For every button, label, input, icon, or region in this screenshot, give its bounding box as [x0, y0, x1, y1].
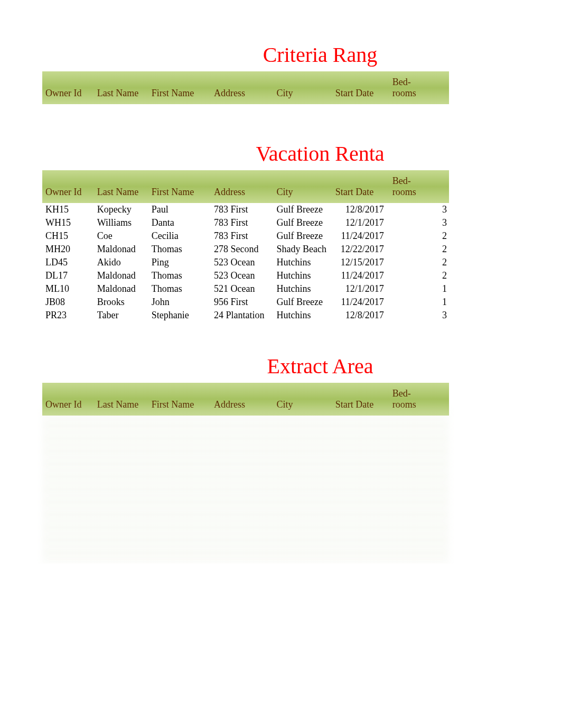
table-cell — [42, 416, 94, 430]
table-cell — [148, 534, 211, 549]
table-cell — [148, 490, 211, 504]
table-cell: 1 — [389, 296, 449, 309]
table-row — [42, 519, 449, 534]
table-cell — [273, 445, 332, 460]
table-cell — [42, 519, 94, 534]
table-cell — [42, 534, 94, 549]
table-row: ML10MaldonadThomas521 OceanHutchins12/1/… — [42, 282, 449, 296]
table-cell — [389, 549, 449, 564]
vacation-header-row: Owner Id Last Name First Name Address Ci… — [42, 170, 449, 203]
vacation-rentals-title: Vacation Renta — [42, 141, 535, 166]
table-cell: Maldonad — [94, 269, 148, 282]
table-cell — [332, 445, 389, 460]
table-cell: CH15 — [42, 229, 94, 243]
table-cell — [273, 475, 332, 490]
table-row — [42, 490, 449, 504]
table-cell — [94, 416, 148, 430]
table-cell: 2 — [389, 229, 449, 243]
table-cell: Danta — [148, 216, 211, 229]
col-start-date: Start Date — [332, 383, 389, 416]
table-cell — [211, 430, 273, 445]
table-cell: Thomas — [148, 243, 211, 256]
col-first-name: First Name — [148, 170, 211, 203]
table-cell: 11/24/2017 — [332, 269, 389, 282]
table-row — [42, 430, 449, 445]
col-bedrooms: Bed- rooms — [389, 170, 449, 203]
col-owner-id: Owner Id — [42, 71, 94, 104]
table-cell: Hutchins — [273, 269, 332, 282]
table-cell: Brooks — [94, 296, 148, 309]
table-cell — [273, 460, 332, 475]
table-cell — [42, 445, 94, 460]
table-cell — [332, 534, 389, 549]
col-city: City — [273, 383, 332, 416]
table-cell — [211, 490, 273, 504]
extract-header-row: Owner Id Last Name First Name Address Ci… — [42, 383, 449, 416]
table-cell: PR23 — [42, 309, 94, 322]
table-cell — [94, 549, 148, 564]
table-row: PR23TaberStephanie24 PlantationHutchins1… — [42, 309, 449, 322]
table-cell — [148, 445, 211, 460]
table-cell: JB08 — [42, 296, 94, 309]
table-cell — [42, 490, 94, 504]
table-cell: Gulf Breeze — [273, 203, 332, 216]
table-cell — [273, 416, 332, 430]
table-cell — [389, 416, 449, 430]
table-cell: 783 First — [211, 229, 273, 243]
table-cell: Ping — [148, 256, 211, 269]
table-cell — [332, 475, 389, 490]
table-cell: 956 First — [211, 296, 273, 309]
table-cell — [42, 549, 94, 564]
table-cell: 3 — [389, 216, 449, 229]
table-cell — [42, 475, 94, 490]
table-cell — [332, 549, 389, 564]
table-cell — [211, 416, 273, 430]
table-cell: Akido — [94, 256, 148, 269]
col-last-name: Last Name — [94, 383, 148, 416]
table-cell: Hutchins — [273, 309, 332, 322]
criteria-range-title: Criteria Rang — [42, 42, 535, 67]
table-cell — [94, 430, 148, 445]
col-bedrooms: Bed- rooms — [389, 71, 449, 104]
table-row — [42, 534, 449, 549]
table-cell: 11/24/2017 — [332, 296, 389, 309]
table-cell — [42, 430, 94, 445]
table-cell: 12/15/2017 — [332, 256, 389, 269]
table-cell — [94, 504, 148, 519]
table-cell — [148, 475, 211, 490]
table-cell — [211, 475, 273, 490]
table-cell: 24 Plantation — [211, 309, 273, 322]
table-cell — [211, 445, 273, 460]
table-cell — [332, 416, 389, 430]
table-row — [42, 549, 449, 564]
table-cell — [42, 504, 94, 519]
table-cell — [389, 504, 449, 519]
table-cell: Hutchins — [273, 256, 332, 269]
table-row: JB08BrooksJohn956 FirstGulf Breeze11/24/… — [42, 296, 449, 309]
table-cell: Paul — [148, 203, 211, 216]
col-owner-id: Owner Id — [42, 383, 94, 416]
col-bedrooms: Bed- rooms — [389, 383, 449, 416]
table-cell: Coe — [94, 229, 148, 243]
table-cell — [148, 519, 211, 534]
col-address: Address — [211, 383, 273, 416]
table-cell — [389, 519, 449, 534]
table-cell — [389, 490, 449, 504]
table-cell: Hutchins — [273, 282, 332, 296]
table-cell: Cecilia — [148, 229, 211, 243]
table-cell — [94, 534, 148, 549]
col-last-name: Last Name — [94, 170, 148, 203]
table-cell — [332, 460, 389, 475]
table-cell: MH20 — [42, 243, 94, 256]
table-cell: 3 — [389, 309, 449, 322]
table-cell: 12/8/2017 — [332, 203, 389, 216]
table-cell: 2 — [389, 243, 449, 256]
table-cell — [94, 475, 148, 490]
col-address: Address — [211, 71, 273, 104]
table-cell — [389, 445, 449, 460]
col-city: City — [273, 170, 332, 203]
col-first-name: First Name — [148, 71, 211, 104]
table-cell: ML10 — [42, 282, 94, 296]
table-cell: 12/1/2017 — [332, 282, 389, 296]
vacation-rentals-table: Owner Id Last Name First Name Address Ci… — [42, 170, 449, 322]
